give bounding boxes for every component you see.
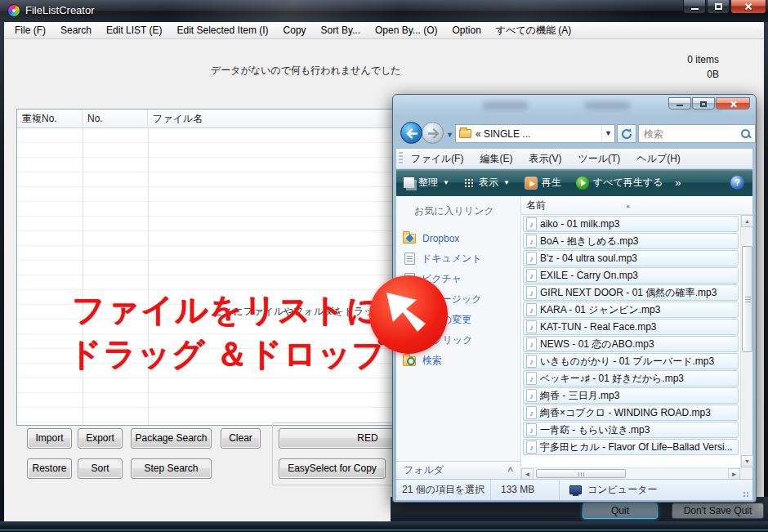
explorer-menu-tools[interactable]: ツール(T) (569, 149, 628, 168)
menu-search[interactable]: Search (53, 22, 99, 38)
cursor-arrow-icon (369, 275, 448, 354)
scrollbar-corner (740, 467, 752, 479)
file-row[interactable]: ♪宇多田ヒカル - Flavor Of Life–Ballad Versi... (523, 439, 739, 455)
import-button[interactable]: Import (27, 428, 72, 449)
location-label: コンピューター (587, 483, 657, 497)
menu-copy[interactable]: Copy (276, 22, 314, 38)
vertical-scrollbar[interactable]: ▲ ▼ (740, 215, 752, 467)
menu-edit-list[interactable]: Edit LIST (E) (99, 22, 169, 38)
titlebar-glass-reflection (585, 101, 630, 110)
organize-label: 整理 (418, 176, 438, 190)
explorer-menu-file[interactable]: ファイル(F) (403, 149, 471, 168)
horizontal-scrollbar-thumb[interactable] (536, 469, 626, 478)
explorer-statusbar: 21 個の項目を選択 133 MB コンピューター (396, 479, 752, 500)
address-dropdown-icon[interactable]: ▼ (601, 125, 614, 142)
back-arrow-icon (405, 127, 419, 140)
items-size: 0B (707, 69, 719, 80)
play-button[interactable]: 再生 (517, 169, 569, 196)
forward-button[interactable] (422, 122, 444, 144)
explorer-menu-view[interactable]: 表示(V) (520, 149, 569, 168)
back-button[interactable] (400, 122, 422, 144)
explorer-menu-edit[interactable]: 編集(E) (471, 149, 520, 168)
menu-all-functions[interactable]: すべての機能 (A) (489, 22, 578, 38)
recent-pages-dropdown[interactable]: ▼ (446, 131, 453, 139)
column-duplicate-no[interactable]: 重複No. (17, 110, 83, 127)
items-count: 0 items (687, 54, 719, 65)
computer-icon (569, 485, 582, 494)
forward-arrow-icon (426, 127, 440, 140)
main-window-bottom-border (0, 521, 768, 532)
name-column-header[interactable]: 名前 ▲ (521, 196, 752, 215)
folders-expander[interactable]: フォルダ ^ (396, 461, 520, 479)
sidebar-item-dropbox[interactable]: Dropbox (396, 228, 520, 248)
close-button[interactable] (730, 0, 766, 14)
address-bar[interactable]: « SINGLE ... ▼ (455, 124, 615, 143)
dropbox-folder-icon (403, 234, 416, 244)
views-icon (464, 178, 475, 188)
column-divider (148, 128, 149, 425)
maximize-icon (700, 101, 707, 107)
file-row[interactable]: ♪aiko - 01 milk.mp3 (523, 216, 739, 232)
sidebar-item-documents[interactable]: ドキュメント (396, 248, 520, 269)
file-row[interactable]: ♪KAT-TUN - Real Face.mp3 (523, 319, 739, 335)
scroll-right-button[interactable]: ► (728, 468, 740, 480)
main-titlebar[interactable]: FileListCreator (0, 0, 768, 22)
refresh-icon (620, 127, 633, 141)
quit-button[interactable]: Quit (583, 503, 658, 519)
menu-sort-by[interactable]: Sort By... (314, 22, 368, 38)
scroll-down-button[interactable]: ▼ (741, 455, 753, 467)
refresh-button[interactable] (617, 124, 636, 143)
file-row[interactable]: ♪KARA - 01 ジャンピン.mp3 (523, 302, 739, 318)
file-row[interactable]: ♪NEWS - 01 恋のABO.mp3 (523, 336, 739, 352)
dont-save-quit-button[interactable]: Don't Save Quit (672, 503, 764, 519)
menu-edit-selected-item[interactable]: Edit Selected Item (I) (170, 22, 276, 38)
file-row[interactable]: ♪いきものがかり - 01 ブルーバード.mp3 (523, 353, 739, 369)
views-label: 表示 (479, 176, 498, 190)
file-row[interactable]: ♪絢香×コブクロ - WINDING ROAD.mp3 (523, 405, 739, 421)
file-row[interactable]: ♪絢香 - 三日月.mp3 (523, 387, 739, 404)
explorer-minimize-button[interactable] (668, 97, 691, 110)
menu-open-by[interactable]: Open By... (O) (368, 22, 444, 38)
selection-count: 21 個の項目を選択 (396, 480, 491, 500)
file-row[interactable]: ♪EXILE - Carry On.mp3 (523, 267, 739, 284)
explorer-close-button[interactable] (716, 97, 750, 110)
play-all-icon (576, 177, 589, 190)
sort-button[interactable]: Sort (78, 458, 123, 479)
explorer-maximize-button[interactable] (692, 97, 715, 110)
column-no[interactable]: No. (83, 110, 148, 127)
vertical-scrollbar-thumb[interactable] (742, 246, 752, 352)
explorer-navigation-bar: ▼ « SINGLE ... ▼ (396, 119, 752, 149)
maximize-button[interactable] (707, 0, 730, 14)
restore-button[interactable]: Restore (27, 458, 72, 479)
search-magnifier-icon[interactable] (740, 128, 752, 140)
scroll-up-button[interactable]: ▲ (741, 215, 753, 227)
explorer-menu-help[interactable]: ヘルプ(H) (628, 149, 689, 168)
file-row[interactable]: ♪BoA - 抱きしめる.mp3 (523, 233, 739, 249)
step-search-button[interactable]: Step Search (131, 458, 212, 479)
toolbar-overflow-button[interactable]: » (670, 177, 685, 189)
scroll-left-button[interactable]: ◄ (521, 468, 534, 480)
views-button[interactable]: 表示 ▼ (457, 169, 517, 196)
file-row[interactable]: ♪一青窈 - もらい泣き.mp3 (523, 422, 739, 438)
play-all-label: すべて再生する (593, 176, 663, 190)
minimize-button[interactable] (683, 0, 706, 14)
package-search-button[interactable]: Package Search (131, 428, 212, 449)
file-row[interactable]: ♪GIRL NEXT DOOR - 01 偶然の確率.mp3 (523, 284, 739, 301)
file-row[interactable]: ♪ベッキー♪♯ - 01 好きだから.mp3 (523, 370, 739, 387)
menu-file[interactable]: File (F) (7, 22, 53, 38)
horizontal-scrollbar[interactable]: ◄ ► (521, 467, 740, 479)
easyselect-for-copy-button[interactable]: EasySelect for Copy (279, 458, 386, 479)
menu-option[interactable]: Option (445, 22, 489, 38)
organize-button[interactable]: 整理 ▼ (396, 169, 457, 196)
music-file-icon: ♪ (526, 235, 537, 248)
play-all-button[interactable]: すべて再生する (569, 169, 670, 196)
search-input[interactable] (639, 128, 740, 140)
clear-button[interactable]: Clear (221, 428, 261, 449)
address-text[interactable]: « SINGLE ... (476, 128, 601, 140)
resize-grip[interactable] (743, 491, 750, 498)
help-button[interactable]: ? (730, 176, 744, 190)
chevron-down-icon: ▼ (503, 179, 510, 186)
music-file-icon: ♪ (526, 423, 537, 436)
export-button[interactable]: Export (78, 428, 123, 449)
file-row[interactable]: ♪B'z - 04 ultra soul.mp3 (523, 250, 739, 266)
